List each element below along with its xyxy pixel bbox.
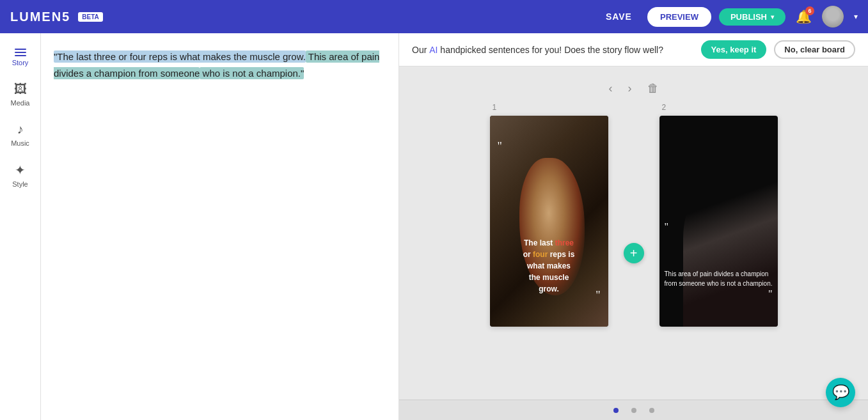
slide-2-number: 2	[662, 103, 667, 112]
beta-badge: BETA	[78, 12, 102, 22]
ai-banner: Our AI handpicked sentences for you! Doe…	[399, 33, 868, 66]
sidebar: Story 🖼 Media ♪ Music ✦ Style	[0, 33, 41, 420]
slide-2-background: " This area of pain divides a champion f…	[659, 116, 778, 327]
pagination-dot-3[interactable]	[649, 408, 654, 413]
save-button[interactable]: SAVE	[598, 8, 640, 26]
sidebar-item-label-music: Music	[11, 139, 29, 147]
ai-label: AI	[429, 45, 438, 55]
slide-2-hand-image	[683, 179, 778, 327]
music-icon: ♪	[17, 122, 24, 137]
no-clear-button[interactable]: No, clear board	[774, 40, 855, 59]
slides-canvas: ‹ › 🗑 1 " The last three	[399, 66, 868, 420]
top-navigation: LUMEN5 BETA SAVE PREVIEW PUBLISH ▾ 🔔 6 ▾	[0, 0, 868, 33]
trash-icon: 🗑	[647, 82, 659, 95]
slide-1-number: 1	[493, 103, 497, 112]
next-slide-button[interactable]: ›	[623, 79, 637, 98]
prev-slide-button[interactable]: ‹	[604, 79, 618, 98]
avatar-chevron-icon[interactable]: ▾	[854, 12, 858, 21]
chat-bubble-button[interactable]: 💬	[826, 378, 855, 407]
slide-1-quote-close: "	[596, 289, 600, 302]
avatar-image	[822, 6, 844, 27]
slide-2-wrap: 2 " This area of pain divides a champion…	[659, 103, 778, 327]
story-text[interactable]: "The last three or four reps is what mak…	[54, 49, 386, 81]
yes-keep-button[interactable]: Yes, keep it	[701, 40, 767, 59]
slide-2-quote-open: "	[665, 221, 669, 233]
ai-banner-text: Our AI handpicked sentences for you! Doe…	[412, 45, 693, 55]
delete-slide-button[interactable]: 🗑	[642, 79, 664, 98]
slide-2-text: This area of pain divides a champion fro…	[665, 269, 773, 288]
story-icon	[15, 49, 26, 56]
bottom-pagination	[399, 400, 868, 420]
text-highlight-3: who is not a champion."	[200, 67, 304, 79]
sidebar-item-music[interactable]: ♪ Music	[0, 117, 40, 152]
sidebar-item-story[interactable]: Story	[0, 43, 40, 72]
user-avatar[interactable]	[822, 6, 844, 27]
notification-button[interactable]: 🔔 6	[793, 6, 814, 27]
slide-1-red-word: three	[555, 238, 574, 247]
slide-1-face-image	[490, 116, 608, 327]
media-icon: 🖼	[14, 82, 27, 97]
slide-2-card[interactable]: " This area of pain divides a champion f…	[659, 116, 778, 327]
sidebar-item-label-story: Story	[12, 59, 29, 66]
logo: LUMEN5	[10, 10, 70, 24]
notification-badge: 6	[805, 6, 814, 15]
sidebar-item-label-media: Media	[11, 99, 30, 107]
slide-1-wrap: 1 " The last three or four reps is what …	[490, 103, 608, 327]
publish-button[interactable]: PUBLISH ▾	[719, 8, 785, 26]
publish-chevron-icon: ▾	[771, 13, 774, 20]
slide-controls: ‹ › 🗑	[604, 79, 664, 98]
add-slide-button[interactable]: +	[624, 243, 644, 263]
text-highlight-1: "The last three or four reps is what mak…	[54, 51, 306, 63]
pagination-dot-2[interactable]	[631, 408, 636, 413]
slide-1-background: " The last three or four reps is what ma…	[490, 116, 608, 327]
publish-label: PUBLISH	[730, 12, 767, 22]
main-layout: Story 🖼 Media ♪ Music ✦ Style "The last …	[0, 33, 868, 420]
canvas-panel: Our AI handpicked sentences for you! Doe…	[399, 33, 868, 420]
style-icon: ✦	[15, 162, 26, 178]
text-editor-panel: "The last three or four reps is what mak…	[41, 33, 399, 420]
preview-button[interactable]: PREVIEW	[647, 7, 711, 27]
slides-row: 1 " The last three or four reps is what …	[490, 103, 778, 327]
sidebar-item-label-style: Style	[12, 180, 28, 188]
chat-icon: 💬	[832, 384, 849, 401]
sidebar-item-media[interactable]: 🖼 Media	[0, 77, 40, 112]
slide-1-card[interactable]: " The last three or four reps is what ma…	[490, 116, 608, 327]
pagination-dot-1[interactable]	[613, 408, 619, 413]
slide-2-quote-close: "	[768, 288, 773, 300]
slide-1-quote-open: "	[498, 140, 502, 153]
sidebar-item-style[interactable]: ✦ Style	[0, 157, 40, 193]
slide-1-orange-word: four	[533, 250, 548, 259]
slide-1-text: The last three or four reps is what make…	[490, 237, 608, 295]
